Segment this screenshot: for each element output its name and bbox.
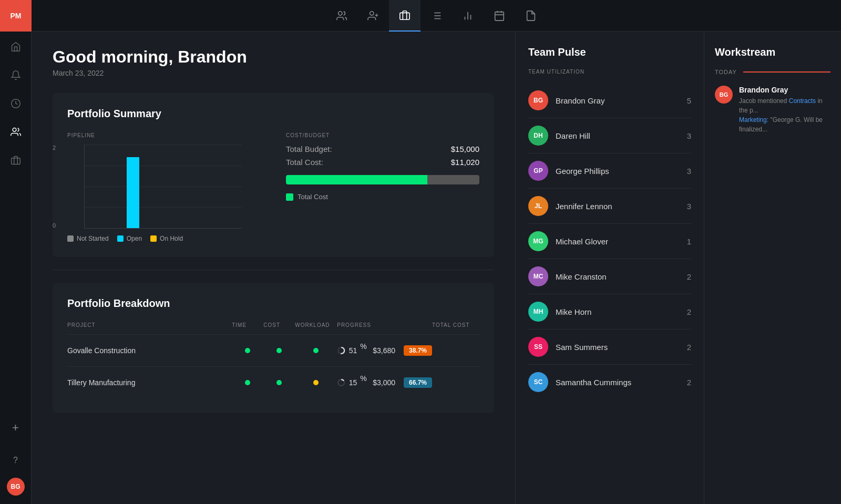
team-pulse-panel: Team Pulse TEAM UTILIZATION BG Brandon G…: [515, 32, 704, 504]
grid-line-3: [85, 207, 242, 208]
team-member-jennifer[interactable]: JL Jennifer Lennon 3: [528, 189, 691, 224]
govalle-time-dot: [232, 335, 263, 367]
team-member-mike-cranston[interactable]: MC Mike Cranston 2: [528, 259, 691, 294]
tillery-badge: 66.7%: [404, 377, 432, 388]
team-member-mike-horn[interactable]: MH Mike Horn 2: [528, 294, 691, 330]
chart-area: [84, 145, 242, 229]
y-label-2: 2: [53, 145, 56, 151]
svg-rect-14: [495, 12, 504, 20]
samantha-name: Samantha Cummings: [556, 378, 687, 387]
utilization-label: TEAM UTILIZATION: [528, 69, 691, 75]
col-progress-header: PROGRESS: [337, 322, 432, 335]
sidebar-help-icon[interactable]: ?: [0, 447, 32, 474]
today-line: [743, 71, 830, 73]
team-member-george[interactable]: GP George Phillips 3: [528, 153, 691, 189]
sidebar-alert-icon[interactable]: [0, 62, 32, 88]
header-row: PROJECT TIME COST WORKLOAD PROGRESS TOTA…: [67, 322, 479, 335]
workstream-marketing-link[interactable]: Marketing:: [739, 116, 768, 124]
top-navigation: PM: [0, 0, 841, 32]
document-icon[interactable]: [515, 0, 547, 32]
govalle-progress-text: 51: [349, 346, 357, 355]
legend-label-open: Open: [127, 235, 142, 242]
tillery-progress-circle: 15% $3,000 66.7%: [337, 374, 432, 391]
section-divider: [53, 270, 494, 270]
sidebar-home-icon[interactable]: [0, 34, 32, 60]
total-budget-label: Total Budget:: [286, 145, 332, 153]
tillery-progress-text: 15: [349, 378, 357, 387]
workstream-panel: Workstream TODAY BG Brandon Gray Jacob m…: [704, 32, 841, 504]
sam-name: Sam Summers: [556, 343, 687, 352]
michael-count: 1: [687, 237, 691, 246]
cost-budget-label: COST/BUDGET: [286, 132, 479, 138]
col-project-header: PROJECT: [67, 322, 232, 335]
sidebar-user-avatar[interactable]: BG: [7, 478, 25, 496]
sidebar-bottom-section: + ? BG: [0, 413, 32, 496]
sam-count: 2: [687, 343, 691, 352]
samantha-count: 2: [687, 378, 691, 387]
tillery-ring-svg: [337, 377, 345, 388]
team-member-michael[interactable]: MG Michael Glover 1: [528, 224, 691, 259]
greeting-title: Good morning, Brandon: [53, 47, 494, 67]
breakdown-table-header: PROJECT TIME COST WORKLOAD PROGRESS TOTA…: [67, 322, 479, 335]
workstream-brandon-content: Brandon Gray Jacob mentioned Contracts i…: [739, 86, 830, 134]
legend-open: Open: [117, 235, 142, 242]
govalle-workload-dot: [295, 335, 337, 367]
team-pulse-title: Team Pulse: [528, 46, 691, 58]
cost-legend: Total Cost: [286, 193, 479, 201]
workstream-item-brandon[interactable]: BG Brandon Gray Jacob mentioned Contract…: [715, 86, 830, 134]
cost-legend-label: Total Cost: [298, 193, 328, 201]
daren-name: Daren Hill: [556, 131, 687, 140]
user-settings-icon[interactable]: [357, 0, 389, 32]
cost-budget-section: COST/BUDGET Total Budget: $15,000 Total …: [286, 132, 479, 201]
left-panel: Good morning, Brandon March 23, 2022 Por…: [32, 32, 515, 504]
michael-name: Michael Glover: [556, 237, 687, 246]
george-count: 3: [687, 167, 691, 176]
govalle-cost-dot: [263, 335, 295, 367]
grid-line-2: [85, 187, 242, 187]
total-budget-row: Total Budget: $15,000: [286, 145, 479, 153]
team-member-sam[interactable]: SS Sam Summers 2: [528, 330, 691, 365]
briefcase-icon[interactable]: [389, 0, 420, 32]
legend-dot-open: [117, 235, 124, 242]
team-member-brandon[interactable]: BG Brandon Gray 5: [528, 83, 691, 118]
list-icon[interactable]: [420, 0, 452, 32]
sidebar-add-icon[interactable]: +: [0, 415, 32, 441]
mike-cranston-name: Mike Cranston: [556, 272, 687, 281]
today-text: TODAY: [715, 69, 737, 75]
calendar-icon[interactable]: [484, 0, 515, 32]
sidebar-people-icon[interactable]: [0, 119, 32, 145]
sidebar-clock-icon[interactable]: [0, 90, 32, 117]
portfolio-summary-title: Portfolio Summary: [67, 108, 479, 120]
govalle-ring-svg: [337, 345, 345, 356]
today-label: TODAY: [715, 69, 830, 75]
dot-green-cost: [276, 348, 282, 353]
workstream-brandon-avatar: BG: [715, 86, 733, 104]
svg-point-19: [13, 128, 16, 132]
bar-chart-icon[interactable]: [452, 0, 484, 32]
breakdown-table: PROJECT TIME COST WORKLOAD PROGRESS TOTA…: [67, 322, 479, 398]
legend-label-on-hold: On Hold: [160, 235, 183, 242]
dot-green-workload: [313, 348, 319, 353]
team-member-daren[interactable]: DH Daren Hill 3: [528, 118, 691, 153]
table-row: Tillery Manufacturing 15%: [67, 367, 479, 399]
brandon-avatar: BG: [528, 90, 548, 110]
portfolio-summary-section: Portfolio Summary PIPELINE 2 0: [53, 93, 494, 257]
jennifer-name: Jennifer Lennon: [556, 202, 687, 211]
app-logo[interactable]: PM: [0, 0, 32, 32]
greeting-date: March 23, 2022: [53, 69, 494, 77]
workstream-title: Workstream: [715, 46, 830, 58]
workstream-contracts-link[interactable]: Contracts: [789, 97, 816, 105]
dot-green-cost-2: [276, 380, 282, 385]
george-avatar: GP: [528, 161, 548, 181]
team-add-icon[interactable]: [326, 0, 357, 32]
dot-green-time-2: [245, 380, 250, 385]
table-row: Govalle Construction 51%: [67, 335, 479, 367]
mike-horn-count: 2: [687, 307, 691, 316]
govalle-progress: 51% $3,680 38.7%: [337, 335, 432, 367]
team-member-samantha[interactable]: SC Samantha Cummings 2: [528, 365, 691, 399]
sidebar-briefcase-icon[interactable]: [0, 147, 32, 173]
mike-cranston-avatar: MC: [528, 266, 548, 286]
svg-rect-4: [400, 13, 409, 19]
bar-open-fill: [127, 157, 139, 228]
page-greeting: Good morning, Brandon March 23, 2022: [53, 47, 494, 77]
